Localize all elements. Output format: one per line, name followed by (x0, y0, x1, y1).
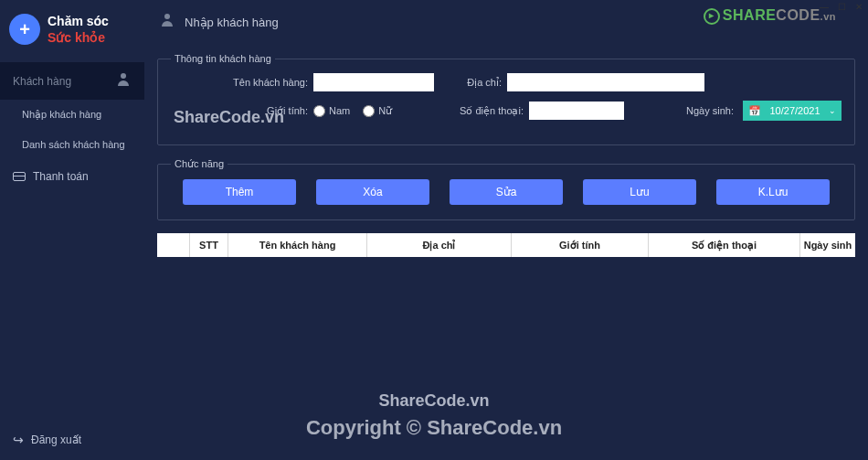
brand-line2: Sức khỏe (48, 29, 109, 46)
actions-fieldset: Chức năng Thêm Xóa Sửa Lưu K.Lưu (157, 158, 855, 220)
dob-label: Ngày sinh: (677, 105, 734, 116)
minimize-button[interactable]: — (820, 2, 829, 12)
name-input[interactable] (313, 73, 434, 91)
watermark-mid2: ShareCode.vn (378, 391, 489, 411)
col-dob[interactable]: Ngày sinh (800, 233, 855, 257)
col-address[interactable]: Địa chỉ (367, 233, 512, 257)
phone-input[interactable] (529, 102, 624, 120)
brand: + Chăm sóc Sức khỏe (0, 0, 144, 62)
col-stt[interactable]: STT (190, 233, 228, 257)
close-button[interactable]: ✕ (855, 2, 863, 12)
customer-info-fieldset: Thông tin khách hàng Tên khách hàng: Địa… (157, 53, 855, 145)
add-button[interactable]: Thêm (183, 179, 296, 205)
calendar-icon: 📅 (748, 105, 761, 117)
col-selector[interactable] (157, 233, 190, 257)
col-gender[interactable]: Giới tính (512, 233, 649, 257)
address-label: Địa chỉ: (454, 77, 502, 89)
sidebar-sub-list-customer[interactable]: Danh sách khách hàng (0, 130, 144, 159)
page-title: Nhập khách hàng (185, 16, 279, 29)
logout-label: Đăng xuất (31, 433, 81, 446)
customer-table: STT Tên khách hàng Địa chỉ Giới tính Số … (157, 233, 855, 257)
delete-button[interactable]: Xóa (316, 179, 429, 205)
address-input[interactable] (507, 73, 704, 91)
brand-icon: + (9, 14, 40, 45)
add-user-icon (161, 14, 175, 30)
save-button[interactable]: Lưu (583, 179, 696, 205)
maximize-button[interactable]: ☐ (838, 2, 846, 12)
table-header-row: STT Tên khách hàng Địa chỉ Giới tính Số … (157, 233, 855, 257)
logout-button[interactable]: ↪ Đăng xuất (13, 433, 81, 447)
edit-button[interactable]: Sửa (450, 179, 563, 205)
main-content: Nhập khách hàng Thông tin khách hàng Tên… (144, 0, 868, 460)
sidebar: + Chăm sóc Sức khỏe Khách hàng Nhập khác… (0, 0, 144, 460)
brand-line1: Chăm sóc (48, 13, 109, 29)
watermark-bottom: Copyright © ShareCode.vn (306, 416, 562, 440)
col-name[interactable]: Tên khách hàng (228, 233, 367, 257)
sidebar-item-payment[interactable]: Thanh toán (0, 159, 144, 194)
dob-datepicker[interactable]: 📅 10/27/2021 ⌄ (743, 101, 842, 121)
col-phone[interactable]: Số điện thoại (649, 233, 800, 257)
watermark-mid1: ShareCode.vn (174, 108, 284, 127)
sidebar-item-label: Thanh toán (33, 170, 89, 183)
name-label: Tên khách hàng: (171, 77, 308, 88)
card-icon (13, 172, 26, 181)
sidebar-item-label: Khách hàng (13, 75, 71, 88)
customer-info-legend: Thông tin khách hàng (171, 53, 275, 64)
gender-male-radio[interactable]: Nam (313, 105, 350, 117)
actions-legend: Chức năng (171, 158, 228, 170)
sidebar-item-customer[interactable]: Khách hàng (0, 62, 144, 100)
people-icon (117, 73, 132, 89)
sidebar-sub-input-customer[interactable]: Nhập khách hàng (0, 100, 144, 130)
phone-label: Số điện thoại: (454, 105, 524, 117)
chevron-down-icon: ⌄ (829, 106, 836, 115)
gender-female-radio[interactable]: Nữ (363, 105, 392, 117)
dob-value: 10/27/2021 (769, 105, 820, 116)
logout-icon: ↪ (13, 433, 24, 447)
watermark-logo-top: SHARECODE.vn (704, 7, 836, 25)
nosave-button[interactable]: K.Lưu (716, 179, 830, 205)
